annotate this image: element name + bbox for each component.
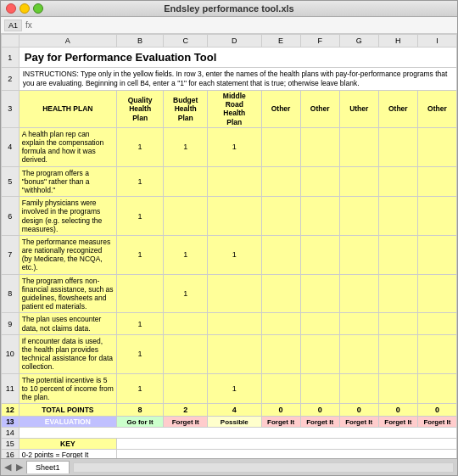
data-8-i[interactable] <box>417 274 456 313</box>
data-5-g[interactable] <box>339 166 378 197</box>
header-other-g[interactable]: Uther <box>339 91 378 128</box>
data-8-f[interactable] <box>300 274 339 313</box>
data-8-e[interactable] <box>261 274 300 313</box>
maximize-button[interactable] <box>33 3 43 14</box>
data-4-e[interactable] <box>261 127 300 166</box>
data-5-c[interactable] <box>164 166 208 197</box>
tab-sheet1[interactable]: Sheet1 <box>26 461 70 473</box>
data-7-h[interactable] <box>378 235 417 274</box>
data-9-d[interactable] <box>208 313 261 334</box>
data-9-b[interactable]: 1 <box>116 313 163 334</box>
data-5-b[interactable]: 1 <box>116 166 163 197</box>
data-10-g[interactable] <box>339 334 378 373</box>
data-8-g[interactable] <box>339 274 378 313</box>
data-6-d[interactable] <box>208 197 261 236</box>
data-6-g[interactable] <box>339 197 378 236</box>
data-7-e[interactable] <box>261 235 300 274</box>
data-10-d[interactable] <box>208 334 261 373</box>
label-11[interactable]: The potential incentive is 5 to 10 perce… <box>19 373 116 404</box>
data-6-i[interactable] <box>417 197 456 236</box>
data-11-d[interactable]: 1 <box>208 373 261 404</box>
total-g[interactable]: 0 <box>339 404 378 417</box>
data-6-f[interactable] <box>300 197 339 236</box>
label-9[interactable]: The plan uses encounter data, not claims… <box>19 313 116 334</box>
data-9-i[interactable] <box>417 313 456 334</box>
label-8[interactable]: The program offers non-financial assista… <box>19 274 116 313</box>
data-4-i[interactable] <box>417 127 456 166</box>
data-8-h[interactable] <box>378 274 417 313</box>
data-11-i[interactable] <box>417 373 456 404</box>
close-button[interactable] <box>6 3 16 14</box>
header-other-f[interactable]: Other <box>300 91 339 128</box>
data-7-f[interactable] <box>300 235 339 274</box>
data-7-d[interactable]: 1 <box>208 235 261 274</box>
data-10-e[interactable] <box>261 334 300 373</box>
total-f[interactable]: 0 <box>300 404 339 417</box>
total-d[interactable]: 4 <box>208 404 261 417</box>
total-b[interactable]: 8 <box>116 404 163 417</box>
data-11-e[interactable] <box>261 373 300 404</box>
data-10-c[interactable] <box>164 334 208 373</box>
total-e[interactable]: 0 <box>261 404 300 417</box>
data-8-d[interactable] <box>208 274 261 313</box>
header-other-i[interactable]: Other <box>417 91 456 128</box>
data-10-h[interactable] <box>378 334 417 373</box>
data-5-e[interactable] <box>261 166 300 197</box>
label-4[interactable]: A health plan rep can explain the compen… <box>19 127 116 166</box>
data-9-e[interactable] <box>261 313 300 334</box>
total-i[interactable]: 0 <box>417 404 456 417</box>
data-4-b[interactable]: 1 <box>116 127 163 166</box>
data-4-h[interactable] <box>378 127 417 166</box>
data-5-h[interactable] <box>378 166 417 197</box>
data-11-f[interactable] <box>300 373 339 404</box>
data-11-g[interactable] <box>339 373 378 404</box>
header-other-h[interactable]: Other <box>378 91 417 128</box>
tab-scroll-right[interactable]: ▶ <box>14 462 25 473</box>
spreadsheet-title[interactable]: Pay for Performance Evaluation Tool <box>19 48 456 68</box>
data-5-d[interactable] <box>208 166 261 197</box>
tab-scroll-left[interactable]: ◀ <box>1 462 14 473</box>
data-9-g[interactable] <box>339 313 378 334</box>
data-8-b[interactable] <box>116 274 163 313</box>
data-6-h[interactable] <box>378 197 417 236</box>
window-controls[interactable] <box>6 3 43 14</box>
header-other-e[interactable]: Other <box>261 91 300 128</box>
header-middle-road[interactable]: MiddleRoadHealthPlan <box>208 91 261 128</box>
data-9-c[interactable] <box>164 313 208 334</box>
minimize-button[interactable] <box>20 3 30 14</box>
data-11-b[interactable]: 1 <box>116 373 163 404</box>
data-6-e[interactable] <box>261 197 300 236</box>
data-4-g[interactable] <box>339 127 378 166</box>
data-5-f[interactable] <box>300 166 339 197</box>
data-10-i[interactable] <box>417 334 456 373</box>
spreadsheet-body[interactable]: A B C D E F G H I 1 Pay for Performance … <box>1 34 457 458</box>
header-quality[interactable]: QualityHealthPlan <box>116 91 163 128</box>
instructions-cell[interactable]: INSTRUCTIONS: Type only in the yellow fi… <box>19 68 456 91</box>
data-10-f[interactable] <box>300 334 339 373</box>
header-budget[interactable]: BudgetHealthPlan <box>164 91 208 128</box>
data-6-b[interactable]: 1 <box>116 197 163 236</box>
data-6-c[interactable] <box>164 197 208 236</box>
data-7-g[interactable] <box>339 235 378 274</box>
data-10-b[interactable]: 1 <box>116 334 163 373</box>
total-h[interactable]: 0 <box>378 404 417 417</box>
header-health-plan[interactable]: HEALTH PLAN <box>19 91 116 128</box>
data-8-c[interactable]: 1 <box>164 274 208 313</box>
data-7-i[interactable] <box>417 235 456 274</box>
data-9-h[interactable] <box>378 313 417 334</box>
total-c[interactable]: 2 <box>164 404 208 417</box>
horizontal-scrollbar[interactable] <box>73 462 454 473</box>
data-11-h[interactable] <box>378 373 417 404</box>
label-5[interactable]: The program offers a "bonus" rather than… <box>19 166 116 197</box>
data-9-f[interactable] <box>300 313 339 334</box>
data-7-c[interactable]: 1 <box>164 235 208 274</box>
label-7[interactable]: The performance measures are nationally … <box>19 235 116 274</box>
data-4-d[interactable]: 1 <box>208 127 261 166</box>
data-4-c[interactable]: 1 <box>164 127 208 166</box>
data-11-c[interactable] <box>164 373 208 404</box>
data-7-b[interactable]: 1 <box>116 235 163 274</box>
label-6[interactable]: Family physicians were involved in the p… <box>19 197 116 236</box>
data-5-i[interactable] <box>417 166 456 197</box>
data-4-f[interactable] <box>300 127 339 166</box>
label-10[interactable]: If encounter data is used, the health pl… <box>19 334 116 373</box>
